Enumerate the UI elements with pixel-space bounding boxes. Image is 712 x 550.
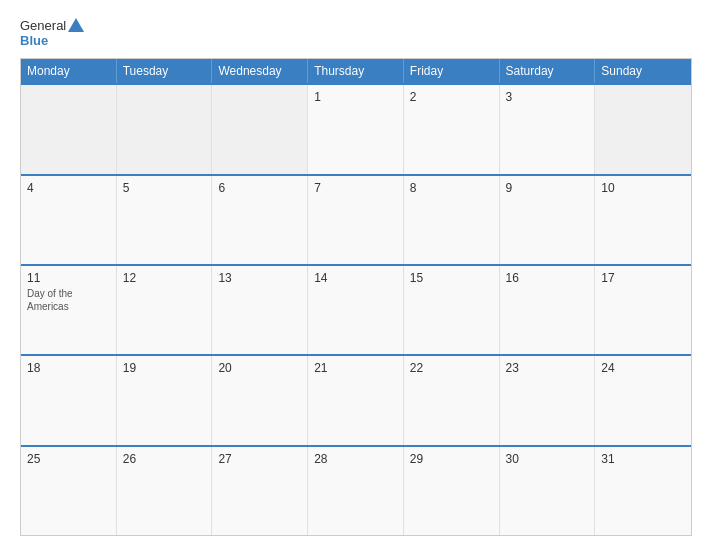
- cal-cell: 1: [308, 85, 404, 173]
- cal-cell: 10: [595, 176, 691, 264]
- week-2: 45678910: [21, 174, 691, 264]
- day-number: 29: [410, 452, 493, 466]
- week-1: 123: [21, 83, 691, 173]
- header-day-saturday: Saturday: [500, 59, 596, 83]
- cal-cell: 30: [500, 447, 596, 535]
- cal-cell: 27: [212, 447, 308, 535]
- logo-triangle-icon: [68, 18, 84, 32]
- day-number: 4: [27, 181, 110, 195]
- day-number: 19: [123, 361, 206, 375]
- cal-cell: 4: [21, 176, 117, 264]
- day-number: 7: [314, 181, 397, 195]
- day-number: 26: [123, 452, 206, 466]
- cal-cell: 26: [117, 447, 213, 535]
- cal-cell: 5: [117, 176, 213, 264]
- calendar-body: 1234567891011Day of the Americas12131415…: [21, 83, 691, 535]
- cal-cell: [212, 85, 308, 173]
- cal-cell: 19: [117, 356, 213, 444]
- cal-cell: 16: [500, 266, 596, 354]
- header-day-tuesday: Tuesday: [117, 59, 213, 83]
- cal-cell: 29: [404, 447, 500, 535]
- cal-cell: 22: [404, 356, 500, 444]
- header: General Blue: [20, 18, 692, 48]
- day-number: 24: [601, 361, 685, 375]
- day-number: 31: [601, 452, 685, 466]
- day-number: 10: [601, 181, 685, 195]
- logo: General Blue: [20, 18, 84, 48]
- day-event: Day of the Americas: [27, 287, 110, 313]
- day-number: 5: [123, 181, 206, 195]
- day-number: 8: [410, 181, 493, 195]
- day-number: 13: [218, 271, 301, 285]
- header-day-thursday: Thursday: [308, 59, 404, 83]
- week-3: 11Day of the Americas121314151617: [21, 264, 691, 354]
- day-number: 27: [218, 452, 301, 466]
- day-number: 15: [410, 271, 493, 285]
- logo-blue: Blue: [20, 34, 48, 48]
- day-number: 11: [27, 271, 110, 285]
- header-day-monday: Monday: [21, 59, 117, 83]
- day-number: 3: [506, 90, 589, 104]
- day-number: 20: [218, 361, 301, 375]
- week-4: 18192021222324: [21, 354, 691, 444]
- day-number: 16: [506, 271, 589, 285]
- day-number: 23: [506, 361, 589, 375]
- day-number: 30: [506, 452, 589, 466]
- cal-cell: 2: [404, 85, 500, 173]
- header-day-wednesday: Wednesday: [212, 59, 308, 83]
- cal-cell: 7: [308, 176, 404, 264]
- week-5: 25262728293031: [21, 445, 691, 535]
- header-day-friday: Friday: [404, 59, 500, 83]
- cal-cell: 9: [500, 176, 596, 264]
- cal-cell: 25: [21, 447, 117, 535]
- cal-cell: 6: [212, 176, 308, 264]
- cal-cell: 21: [308, 356, 404, 444]
- page: General Blue MondayTuesdayWednesdayThurs…: [0, 0, 712, 550]
- cal-cell: 31: [595, 447, 691, 535]
- day-number: 18: [27, 361, 110, 375]
- day-number: 22: [410, 361, 493, 375]
- day-number: 28: [314, 452, 397, 466]
- cal-cell: 23: [500, 356, 596, 444]
- cal-cell: 17: [595, 266, 691, 354]
- logo-general: General: [20, 19, 66, 33]
- cal-cell: 8: [404, 176, 500, 264]
- cal-cell: 28: [308, 447, 404, 535]
- day-number: 14: [314, 271, 397, 285]
- cal-cell: 20: [212, 356, 308, 444]
- cal-cell: 14: [308, 266, 404, 354]
- header-day-sunday: Sunday: [595, 59, 691, 83]
- cal-cell: [595, 85, 691, 173]
- cal-cell: 12: [117, 266, 213, 354]
- cal-cell: [21, 85, 117, 173]
- cal-cell: 24: [595, 356, 691, 444]
- day-number: 9: [506, 181, 589, 195]
- cal-cell: [117, 85, 213, 173]
- cal-cell: 15: [404, 266, 500, 354]
- day-number: 2: [410, 90, 493, 104]
- calendar-header: MondayTuesdayWednesdayThursdayFridaySatu…: [21, 59, 691, 83]
- cal-cell: 13: [212, 266, 308, 354]
- day-number: 6: [218, 181, 301, 195]
- day-number: 12: [123, 271, 206, 285]
- day-number: 1: [314, 90, 397, 104]
- day-number: 21: [314, 361, 397, 375]
- cal-cell: 18: [21, 356, 117, 444]
- day-number: 17: [601, 271, 685, 285]
- cal-cell: 11Day of the Americas: [21, 266, 117, 354]
- cal-cell: 3: [500, 85, 596, 173]
- day-number: 25: [27, 452, 110, 466]
- calendar: MondayTuesdayWednesdayThursdayFridaySatu…: [20, 58, 692, 536]
